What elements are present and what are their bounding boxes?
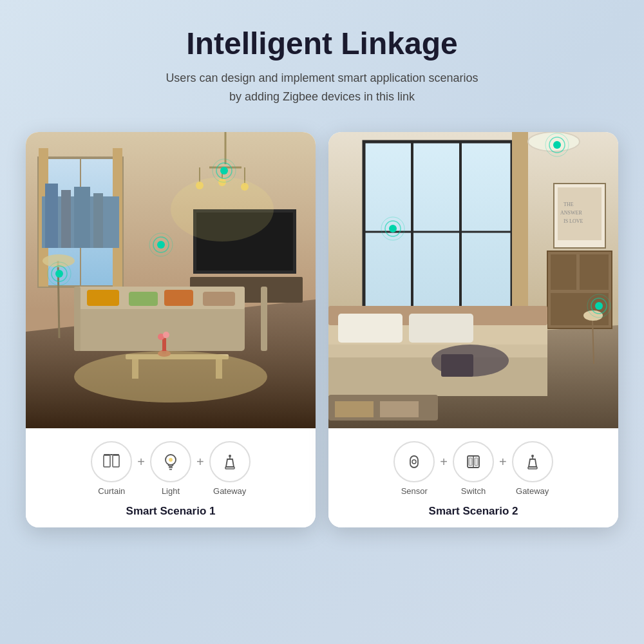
svg-rect-12 — [93, 193, 103, 248]
svg-text:THE: THE — [564, 202, 574, 207]
scenario-title-2: Smart Scenario 2 — [335, 505, 612, 518]
svg-rect-87 — [409, 314, 473, 343]
light-icon — [160, 451, 181, 472]
svg-rect-23 — [261, 287, 267, 351]
device-row-1: Curtain + Light — [32, 441, 309, 496]
svg-text:ANSWER: ANSWER — [560, 210, 582, 216]
card-bottom-1: Curtain + Light — [26, 428, 316, 527]
svg-rect-81 — [580, 254, 609, 290]
svg-point-62 — [229, 455, 231, 457]
svg-point-60 — [169, 458, 173, 462]
svg-text:IS LOVE: IS LOVE — [564, 218, 583, 224]
device-gateway-1: Gateway — [209, 441, 251, 496]
svg-rect-111 — [475, 458, 478, 466]
svg-point-97 — [553, 141, 561, 149]
device-switch: Switch — [453, 441, 494, 496]
card-bottom-2: Sensor + Switch — [328, 428, 618, 527]
plus-3: + — [440, 455, 448, 482]
curtain-label: Curtain — [98, 486, 125, 496]
svg-rect-16 — [77, 306, 245, 351]
card-image-1 — [26, 132, 316, 428]
gateway-label-1: Gateway — [213, 486, 246, 496]
sensor-icon — [404, 451, 424, 472]
switch-icon-circle — [453, 441, 494, 482]
gateway-icon — [220, 451, 240, 472]
svg-rect-21 — [203, 292, 235, 306]
svg-point-40 — [171, 177, 274, 242]
svg-point-96 — [583, 310, 603, 321]
switch-label: Switch — [461, 486, 486, 496]
svg-point-49 — [55, 270, 63, 278]
plus-1: + — [137, 455, 145, 482]
svg-point-42 — [43, 254, 75, 267]
svg-rect-18 — [87, 290, 119, 306]
light-label: Light — [162, 486, 180, 496]
plus-4: + — [499, 455, 507, 482]
svg-rect-93 — [335, 401, 374, 417]
svg-rect-9 — [45, 184, 58, 248]
svg-rect-106 — [410, 456, 418, 468]
svg-rect-115 — [528, 467, 537, 469]
device-gateway-2: Gateway — [512, 441, 553, 496]
svg-rect-91 — [441, 354, 473, 377]
device-sensor: Sensor — [393, 441, 435, 496]
svg-rect-53 — [104, 455, 110, 467]
svg-rect-64 — [225, 467, 234, 469]
svg-rect-86 — [338, 314, 402, 343]
svg-rect-67 — [364, 142, 512, 328]
svg-point-100 — [389, 225, 397, 232]
card-image-2: THE ANSWER IS LOVE — [328, 132, 618, 428]
svg-rect-20 — [164, 290, 193, 306]
device-light: Light — [150, 441, 191, 496]
gateway-icon-circle-1 — [209, 441, 251, 482]
svg-rect-10 — [61, 190, 71, 248]
svg-point-43 — [220, 167, 228, 175]
sensor-icon-circle — [393, 441, 435, 482]
svg-rect-19 — [129, 292, 158, 306]
switch-icon — [463, 451, 484, 472]
gateway-label-2: Gateway — [516, 486, 549, 496]
svg-rect-54 — [113, 455, 119, 467]
plus-2: + — [196, 455, 204, 482]
svg-point-107 — [412, 460, 416, 464]
svg-point-30 — [163, 332, 169, 338]
light-icon-circle — [150, 441, 191, 482]
svg-rect-22 — [74, 287, 80, 351]
gateway-icon-circle-2 — [512, 441, 553, 482]
gateway-icon-2 — [522, 451, 543, 472]
svg-rect-80 — [551, 254, 576, 290]
svg-rect-110 — [469, 458, 472, 466]
svg-rect-11 — [74, 187, 90, 248]
page-title: Intelligent Linkage — [166, 26, 478, 61]
cards-container: Curtain + Light — [0, 119, 644, 540]
scenario-title-1: Smart Scenario 1 — [32, 505, 309, 518]
svg-rect-94 — [380, 401, 419, 417]
page-header: Intelligent Linkage Users can design and… — [153, 0, 491, 119]
device-curtain: Curtain — [91, 441, 132, 496]
svg-point-113 — [531, 455, 534, 457]
page-subtitle: Users can design and implement smart app… — [166, 69, 478, 106]
sensor-label: Sensor — [401, 486, 428, 496]
scenario-card-2: THE ANSWER IS LOVE — [328, 132, 618, 527]
device-row-2: Sensor + Switch — [335, 441, 612, 496]
svg-point-103 — [595, 302, 603, 310]
curtain-icon-circle — [91, 441, 132, 482]
svg-point-31 — [74, 351, 267, 402]
svg-point-46 — [157, 241, 165, 249]
scenario-card-1: Curtain + Light — [26, 132, 316, 527]
curtain-icon — [101, 451, 122, 472]
svg-point-83 — [528, 132, 580, 151]
